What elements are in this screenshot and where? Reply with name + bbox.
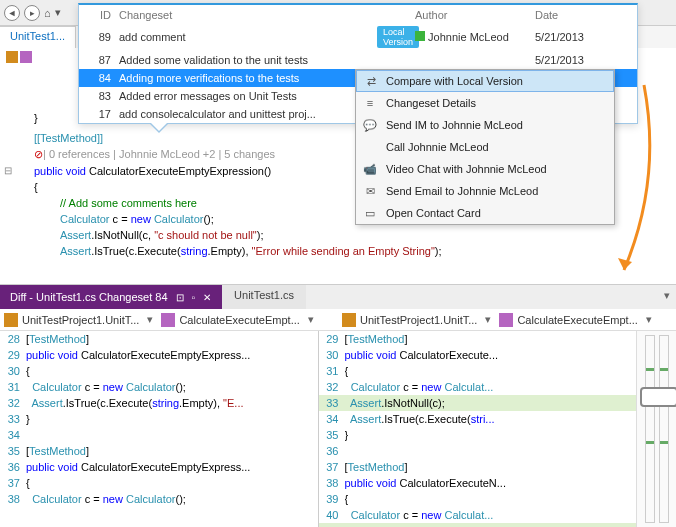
diff-line: 31 Calculator c = new Calculator(); (0, 379, 318, 395)
method-icon (161, 313, 175, 327)
diff-overview[interactable] (636, 331, 676, 527)
context-menu-item[interactable]: ▭Open Contact Card (356, 202, 614, 224)
diff-line: 32 Calculator c = new Calculat... (319, 379, 637, 395)
diff-line: 36 (319, 443, 637, 459)
context-menu-item[interactable]: 💬Send IM to Johnnie McLeod (356, 114, 614, 136)
diff-line: 30{ (0, 363, 318, 379)
diff-line: 29public void CalculatorExecuteEmptyExpr… (0, 347, 318, 363)
diff-line: 41 Assert.IsNotNull(c); (319, 523, 637, 527)
diff-line: 38 Calculator c = new Calculator(); (0, 491, 318, 507)
breadcrumb-right[interactable]: UnitTestProject1.UnitT...▾ CalculateExec… (338, 309, 676, 330)
back-button[interactable]: ◄ (4, 5, 20, 21)
context-menu: ⇄Compare with Local Version≡Changeset De… (355, 69, 615, 225)
attribute: [[TestMethod]] (34, 132, 103, 144)
diff-line: 37[TestMethod] (319, 459, 637, 475)
home-icon[interactable]: ⌂ (44, 7, 51, 19)
class-icon (342, 313, 356, 327)
chevron-down-icon[interactable]: ▾ (143, 313, 157, 326)
method-icon (20, 51, 32, 63)
diff-line: 35[TestMethod] (0, 443, 318, 459)
overview-thumb[interactable] (640, 387, 676, 407)
chevron-down-icon[interactable]: ▾ (481, 313, 495, 326)
menu-icon: 📹 (362, 163, 378, 176)
diff-line: 30public void CalculatorExecute... (319, 347, 637, 363)
diff-line: 33 Assert.IsNotNull(c); (319, 395, 637, 411)
diff-line: 29[TestMethod] (319, 331, 637, 347)
context-menu-item[interactable]: ≡Changeset Details (356, 92, 614, 114)
diff-tab-inactive[interactable]: UnitTest1.cs (222, 285, 306, 309)
context-menu-item[interactable]: 📹Video Chat with Johnnie McLeod (356, 158, 614, 180)
close-icon[interactable]: ✕ (203, 292, 211, 303)
codelens[interactable]: ⊘| 0 references | Johnnie McLeod +2 | 5 … (34, 149, 275, 160)
menu-icon: ▭ (362, 207, 378, 220)
context-menu-item[interactable]: ✉Send Email to Johnnie McLeod (356, 180, 614, 202)
file-tab[interactable]: UnitTest1... (0, 26, 76, 48)
diff-pane-left[interactable]: 28[TestMethod]29public void CalculatorEx… (0, 331, 318, 527)
diff-line: 38public void CalculatorExecuteN... (319, 475, 637, 491)
pin-icon[interactable]: ⊡ (176, 292, 184, 303)
outline-toggle[interactable]: ⊟ (4, 163, 12, 179)
diff-line: 33} (0, 411, 318, 427)
diff-line: 28[TestMethod] (0, 331, 318, 347)
forward-button[interactable]: ▸ (24, 5, 40, 21)
chevron-down-icon[interactable]: ▾ (304, 313, 318, 326)
class-icon (6, 51, 18, 63)
dropdown-icon[interactable]: ▾ (55, 6, 61, 19)
breadcrumb-row: UnitTestProject1.UnitT...▾ CalculateExec… (0, 309, 676, 331)
restore-icon[interactable]: ▫ (192, 292, 196, 303)
diff-line: 32 Assert.IsTrue(c.Execute(string.Empty)… (0, 395, 318, 411)
diff-line: 39{ (319, 491, 637, 507)
menu-icon: ≡ (362, 97, 378, 109)
diff-tab-active[interactable]: Diff - UnitTest1.cs Changeset 84 ⊡ ▫ ✕ (0, 285, 221, 309)
method-icon (499, 313, 513, 327)
diff-line: 35} (319, 427, 637, 443)
diff-section: Diff - UnitTest1.cs Changeset 84 ⊡ ▫ ✕ U… (0, 284, 676, 527)
diff-pane-right[interactable]: 29[TestMethod]30public void CalculatorEx… (319, 331, 637, 527)
diff-tab-row: Diff - UnitTest1.cs Changeset 84 ⊡ ▫ ✕ U… (0, 285, 676, 309)
tab-dropdown-icon[interactable]: ▾ (658, 285, 676, 309)
diff-line: 31{ (319, 363, 637, 379)
context-menu-item[interactable]: ⇄Compare with Local Version (356, 70, 614, 92)
history-header: ID Changeset Author Date (79, 5, 637, 23)
context-menu-item[interactable]: Call Johnnie McLeod (356, 136, 614, 158)
history-row[interactable]: 89add comment Local Version Johnnie McLe… (79, 23, 637, 51)
class-icon (4, 313, 18, 327)
popup-pointer (149, 123, 169, 133)
diff-line: 34 Assert.IsTrue(c.Execute(stri... (319, 411, 637, 427)
diff-line: 37{ (0, 475, 318, 491)
menu-icon: ⇄ (363, 75, 379, 88)
history-row[interactable]: 87Added some validation to the unit test… (79, 51, 637, 69)
menu-icon: 💬 (362, 119, 378, 132)
menu-icon: ✉ (362, 185, 378, 198)
diff-line: 36public void CalculatorExecuteEmptyExpr… (0, 459, 318, 475)
breadcrumb-left[interactable]: UnitTestProject1.UnitT...▾ CalculateExec… (0, 309, 338, 330)
chevron-down-icon[interactable]: ▾ (642, 313, 656, 326)
diff-line: 34 (0, 427, 318, 443)
diff-line: 40 Calculator c = new Calculat... (319, 507, 637, 523)
